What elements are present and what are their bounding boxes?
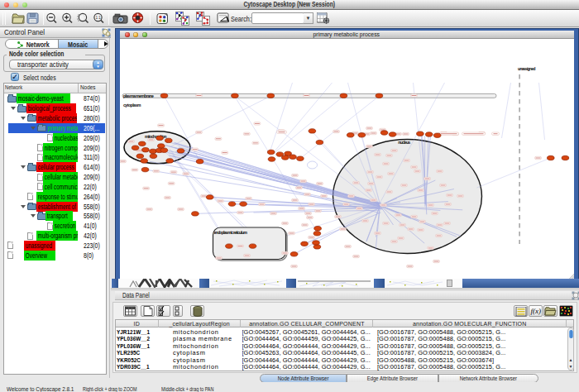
svg-text:plasma membrane: plasma membrane — [123, 93, 154, 98]
svg-text:nucleus: nucleus — [398, 139, 410, 144]
svg-text:endoplasmic reticulum: endoplasmic reticulum — [213, 229, 247, 234]
svg-text:1:1: 1:1 — [96, 16, 102, 20]
svg-text:cytoplasm: cytoplasm — [123, 103, 141, 108]
svg-text:unassigned: unassigned — [518, 66, 536, 71]
